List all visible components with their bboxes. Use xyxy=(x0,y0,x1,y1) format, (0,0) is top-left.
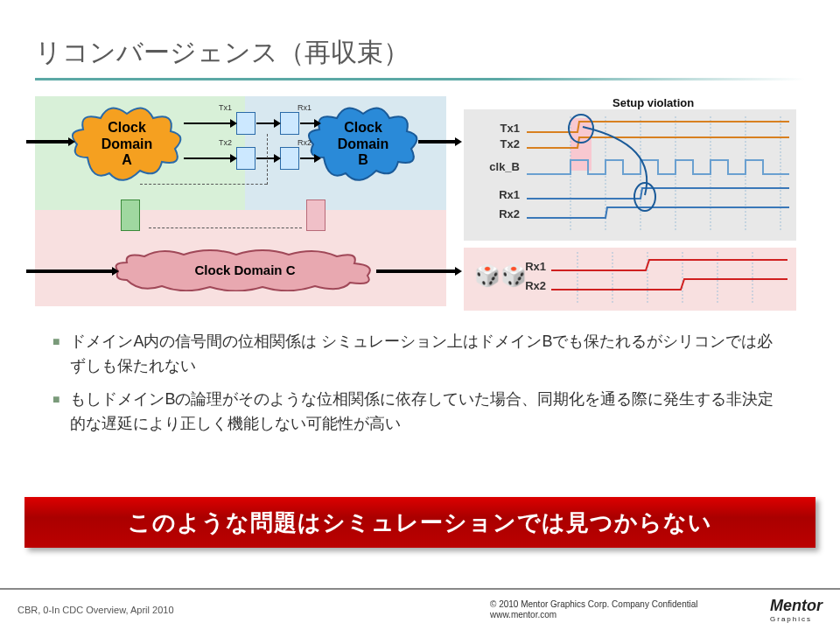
timing-panel-2: 🎲🎲 Rx1 Rx2 xyxy=(464,248,796,311)
timing-panel-1: Tx1 Tx2 clk_B Rx1 Rx2 xyxy=(464,109,796,241)
diagram-area: Clock Domain A Clock Domain B Clock Doma… xyxy=(35,96,805,311)
dash-h1 xyxy=(140,184,267,185)
t2-rx1: Rx1 xyxy=(502,260,546,273)
footer: CBR, 0-In CDC Overview, April 2010 © 201… xyxy=(0,588,840,630)
bullet-2: もしドメインBの論理がそのような位相関係に依存していた場合、同期化を通る際に発生… xyxy=(52,388,788,437)
clock-domain-diagram: Clock Domain A Clock Domain B Clock Doma… xyxy=(35,96,446,306)
label-tx1: Tx1 xyxy=(219,103,232,112)
wire-a-tx1 xyxy=(184,122,232,124)
t1-rx1: Rx1 xyxy=(476,188,520,201)
arrow-out-c xyxy=(376,270,457,273)
bullet-list: ドメインA内の信号間の位相関係は シミュレーション上はドメインBでも保たれるがシ… xyxy=(35,330,805,437)
sync-pink xyxy=(306,200,326,231)
cloud-b-label: Clock Domain B xyxy=(338,120,389,168)
footer-url: www.mentor.com xyxy=(490,610,698,620)
footer-left: CBR, 0-In CDC Overview, April 2010 xyxy=(18,605,174,615)
slide: リコンバージェンス（再収束） Clock Domain A Clock Doma… xyxy=(0,0,840,437)
footer-brand: Mentor Graphics xyxy=(770,597,822,623)
t1-tx1: Tx1 xyxy=(476,122,520,135)
cloud-a-label: Clock Domain A xyxy=(102,120,153,168)
slide-title: リコンバージェンス（再収束） xyxy=(35,18,805,78)
timing-diagrams: Setup violation Tx1 Tx2 clk_B Rx1 Rx2 xyxy=(464,96,805,311)
cloud-domain-b: Clock Domain B xyxy=(306,105,420,184)
callout-bar: このような問題はシミュレーションでは見つからない xyxy=(24,497,816,548)
dash-h2 xyxy=(149,228,302,228)
wire-rx1-b xyxy=(300,122,316,124)
t1-tx2: Tx2 xyxy=(476,137,520,150)
waveforms-1 xyxy=(527,109,789,241)
t1-rx2: Rx2 xyxy=(476,207,520,220)
ff-tx1 xyxy=(236,112,256,135)
cloud-domain-a: Clock Domain A xyxy=(70,105,184,184)
ff-tx2 xyxy=(236,147,256,170)
bullet-2-text: もしドメインBの論理がそのような位相関係に依存していた場合、同期化を通る際に発生… xyxy=(70,388,788,437)
arrow-in-a xyxy=(26,140,70,144)
label-tx2: Tx2 xyxy=(219,138,232,147)
sync-green xyxy=(121,200,140,231)
cloud-c-label: Clock Domain C xyxy=(194,262,295,277)
bullet-1: ドメインA内の信号間の位相関係は シミュレーション上はドメインBでも保たれるがシ… xyxy=(52,330,788,379)
wire-tx2-rx2 xyxy=(256,158,276,159)
divider xyxy=(35,78,805,80)
setup-violation-label: Setup violation xyxy=(612,96,840,109)
waveforms-2 xyxy=(551,248,788,311)
t1-clkb: clk_B xyxy=(476,160,520,173)
brand-main: Mentor xyxy=(770,597,822,614)
ff-rx2 xyxy=(280,147,299,170)
arrow-in-c xyxy=(26,270,114,273)
footer-copyright: © 2010 Mentor Graphics Corp. Company Con… xyxy=(490,599,698,610)
wire-tx1-rx1 xyxy=(256,122,276,124)
brand-sub: Graphics xyxy=(770,615,822,623)
callout-text: このような問題はシミュレーションでは見つからない xyxy=(128,508,712,538)
ff-rx1 xyxy=(280,112,299,135)
t2-rx2: Rx2 xyxy=(502,279,546,292)
wire-rx2-b xyxy=(300,158,316,159)
wire-a-tx2 xyxy=(184,158,232,159)
bullet-1-text: ドメインA内の信号間の位相関係は シミュレーション上はドメインBでも保たれるがシ… xyxy=(70,330,788,379)
footer-center: © 2010 Mentor Graphics Corp. Company Con… xyxy=(490,599,698,620)
label-rx1: Rx1 xyxy=(298,103,312,112)
arrow-out-b xyxy=(418,140,457,144)
cloud-domain-c: Clock Domain C xyxy=(114,249,376,291)
label-rx2: Rx2 xyxy=(298,138,312,147)
dash-v1 xyxy=(267,134,268,185)
